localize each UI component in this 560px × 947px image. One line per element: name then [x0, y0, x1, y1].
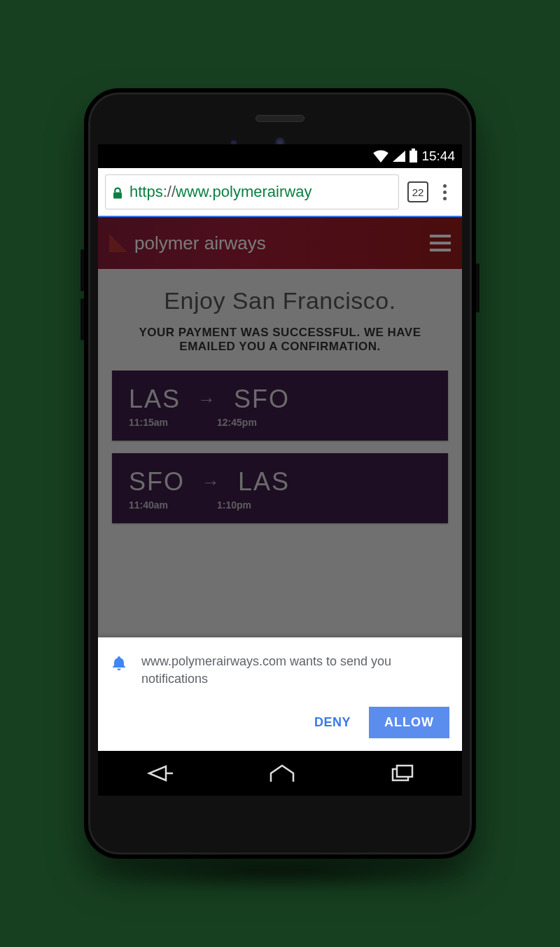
bell-icon	[111, 654, 127, 675]
allow-button[interactable]: ALLOW	[369, 707, 449, 738]
phone-frame: 15:44 https://www.polymerairway 22 polym…	[84, 88, 476, 859]
back-button[interactable]	[145, 763, 174, 783]
lock-icon	[111, 186, 124, 198]
browser-omnibar: https://www.polymerairway 22	[98, 168, 462, 217]
prompt-message: www.polymerairways.com wants to send you…	[141, 653, 449, 687]
deny-button[interactable]: DENY	[309, 708, 356, 737]
url-separator: ://	[163, 183, 176, 201]
url-box[interactable]: https://www.polymerairway	[105, 174, 399, 209]
cell-signal-icon	[393, 151, 405, 162]
wifi-icon	[373, 150, 388, 163]
screen: 15:44 https://www.polymerairway 22 polym…	[98, 144, 462, 796]
tab-count-value: 22	[412, 186, 424, 198]
svg-rect-0	[113, 193, 122, 199]
status-time: 15:44	[421, 148, 455, 164]
phone-speaker	[255, 115, 304, 122]
power-button	[476, 263, 479, 312]
recents-button[interactable]	[390, 763, 415, 783]
notification-permission-prompt: www.polymerairways.com wants to send you…	[98, 637, 462, 751]
volume-up-button	[80, 249, 84, 291]
svg-rect-2	[397, 766, 412, 777]
android-status-bar: 15:44	[98, 144, 462, 168]
android-nav-bar	[98, 751, 462, 796]
web-page: polymer airways Enjoy San Francisco. YOU…	[98, 217, 462, 751]
battery-icon	[410, 151, 417, 163]
url-scheme: https	[130, 183, 163, 201]
tab-count-button[interactable]: 22	[407, 181, 428, 202]
phone-shadow	[91, 852, 469, 891]
home-button[interactable]	[268, 763, 296, 783]
url-host: www.polymerairway	[176, 183, 312, 201]
overflow-menu-button[interactable]	[434, 184, 455, 200]
volume-down-button	[80, 298, 84, 340]
